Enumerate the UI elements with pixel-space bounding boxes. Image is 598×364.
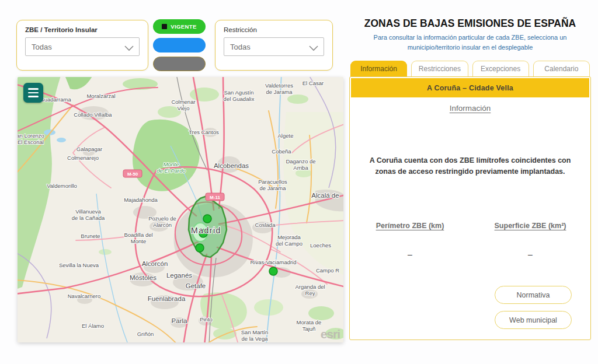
road-shield-label: M-50 xyxy=(127,172,138,177)
page-subtitle: Para consultar la información particular… xyxy=(354,33,586,52)
map-label: Pinto xyxy=(200,316,213,323)
map-label: Boadilla del xyxy=(124,232,152,238)
legend-pill-gray[interactable] xyxy=(153,57,206,71)
tab-informacion[interactable]: Información xyxy=(350,61,407,76)
map-label: Navalcarnero xyxy=(68,293,101,299)
map-label: Madrid xyxy=(191,226,221,235)
map-label: San Martín xyxy=(241,329,268,335)
normativa-button[interactable]: Normativa xyxy=(495,286,572,304)
map-label: San Agustín xyxy=(224,89,253,96)
zbe-marker[interactable] xyxy=(203,215,211,223)
page-title: ZONAS DE BAJAS EMISIONES DE ESPAÑA xyxy=(349,18,591,30)
map-label: Algete xyxy=(278,132,294,139)
metric-superficie: Superficie ZBE (km²) – xyxy=(470,222,590,259)
metric-perimetro-value: – xyxy=(350,250,470,259)
metrics-row: Perímetro ZBE (km) – Superficie ZBE (km²… xyxy=(350,222,590,259)
map-label: Arriba xyxy=(293,164,308,171)
map-label: Daganzo de xyxy=(286,158,315,164)
map-label: Leganés xyxy=(166,272,192,279)
restriccion-filter-value: Todas xyxy=(230,43,251,51)
map-label: El Casar xyxy=(303,80,324,86)
zbe-filter-value: Todas xyxy=(32,43,52,51)
map-label: Arganda del xyxy=(295,284,325,290)
map-label: Rivas-Vaciamadrid xyxy=(250,259,296,265)
map-label: Parla xyxy=(172,317,187,324)
map-label: Alarcón xyxy=(153,222,172,228)
map-label: Mejorada xyxy=(277,234,301,240)
tab-restricciones[interactable]: Restricciones xyxy=(411,61,468,76)
map-label: Viejo xyxy=(178,105,190,111)
restriccion-filter-label: Restricción xyxy=(224,26,324,33)
section-heading[interactable]: Información xyxy=(350,104,590,113)
metric-perimetro: Perímetro ZBE (km) – xyxy=(350,222,470,259)
map-label: Valdemorillo xyxy=(47,183,77,189)
web-municipal-button[interactable]: Web municipal xyxy=(495,311,572,329)
map-label: Villanueva xyxy=(75,208,101,215)
zbe-marker[interactable] xyxy=(196,244,204,252)
metric-superficie-value: – xyxy=(470,250,590,259)
map-label: Sevilla la Nueva xyxy=(59,262,99,268)
map-label: Loeches xyxy=(310,242,331,249)
map-label: Galapagar xyxy=(77,146,102,152)
map-label: Guadarrama xyxy=(40,96,71,103)
map-label: del Guadalix xyxy=(224,96,255,102)
zone-description: A Coruña cuenta con dos ZBE limítrofes c… xyxy=(367,155,573,178)
status-legend: VIGENTE xyxy=(153,19,206,71)
zbe-marker[interactable] xyxy=(269,267,277,275)
hamburger-icon xyxy=(28,88,39,90)
map-label: Cobeña xyxy=(272,148,291,155)
map-label: Morata de xyxy=(297,319,322,326)
esri-attribution: esri xyxy=(321,327,340,341)
legend-pill-vigente[interactable]: VIGENTE xyxy=(153,19,206,34)
map-label: Coslada xyxy=(255,222,276,228)
map-label: Paracuellos xyxy=(258,178,287,185)
chevron-down-icon xyxy=(124,44,134,53)
map-label: Getafe xyxy=(186,282,206,289)
legend-pill-vigente-label: VIGENTE xyxy=(171,23,197,30)
tab-excepciones[interactable]: Excepciones xyxy=(472,61,529,76)
map-label: Rey xyxy=(305,290,315,296)
map-label: de Jarama xyxy=(266,89,293,95)
tab-bar: Información Restricciones Excepciones Ca… xyxy=(350,61,590,76)
map[interactable]: M-50M-11 GuadarramaMoralzarzalCollado Vi… xyxy=(18,77,343,342)
map-label: del Campo xyxy=(276,240,303,247)
restriccion-filter-box: Restricción Todas xyxy=(215,20,333,71)
map-label: Alcorcón xyxy=(142,260,168,267)
metric-superficie-label[interactable]: Superficie ZBE (km²) xyxy=(470,222,590,230)
map-label: de la Vega xyxy=(242,335,269,342)
map-label: de El Pardo xyxy=(157,167,186,174)
map-label: Campo R xyxy=(316,267,339,274)
map-label: de Jarama xyxy=(260,185,287,191)
zbe-filter-label: ZBE / Territorio Insular xyxy=(25,26,140,33)
zone-title-bar: A Coruña – Cidade Vella xyxy=(351,78,589,97)
map-label: Tajuñ xyxy=(303,326,316,332)
map-label: Colmenarejo xyxy=(67,155,99,161)
map-label: Pozuelo de xyxy=(148,215,176,222)
map-label: Griñón xyxy=(137,331,154,337)
metric-perimetro-label[interactable]: Perímetro ZBE (km) xyxy=(350,222,470,230)
chevron-down-icon xyxy=(309,44,318,53)
map-label: Móstoles xyxy=(130,274,157,281)
map-label: El Álamo xyxy=(82,323,104,329)
map-label: e El Escorial xyxy=(18,139,44,145)
map-label: Monte xyxy=(131,238,146,244)
map-label: Alcobendas xyxy=(214,162,249,169)
hamburger-icon xyxy=(28,96,39,97)
black-square-icon xyxy=(162,24,167,29)
map-label: Fuenlabrada xyxy=(148,295,186,302)
map-label: Majadahonda xyxy=(124,197,158,203)
map-label: Brunete xyxy=(81,233,100,239)
hamburger-icon xyxy=(28,92,39,94)
tab-calendario[interactable]: Calendario xyxy=(533,61,590,76)
map-label: Valdetorres xyxy=(265,82,293,89)
map-menu-button[interactable] xyxy=(23,83,43,103)
map-label: de la Cañada xyxy=(72,215,105,221)
map-label: Moralzarzal xyxy=(86,93,115,99)
map-label: Tres Cantos xyxy=(189,129,219,135)
map-label: Colmenar xyxy=(171,99,195,105)
map-label: Collado Villalba xyxy=(74,111,112,118)
legend-pill-blue[interactable] xyxy=(153,38,206,52)
restriccion-filter-select[interactable]: Todas xyxy=(224,37,324,56)
info-panel: A Coruña – Cidade Vella Información A Co… xyxy=(349,76,591,340)
zbe-filter-select[interactable]: Todas xyxy=(25,37,140,56)
